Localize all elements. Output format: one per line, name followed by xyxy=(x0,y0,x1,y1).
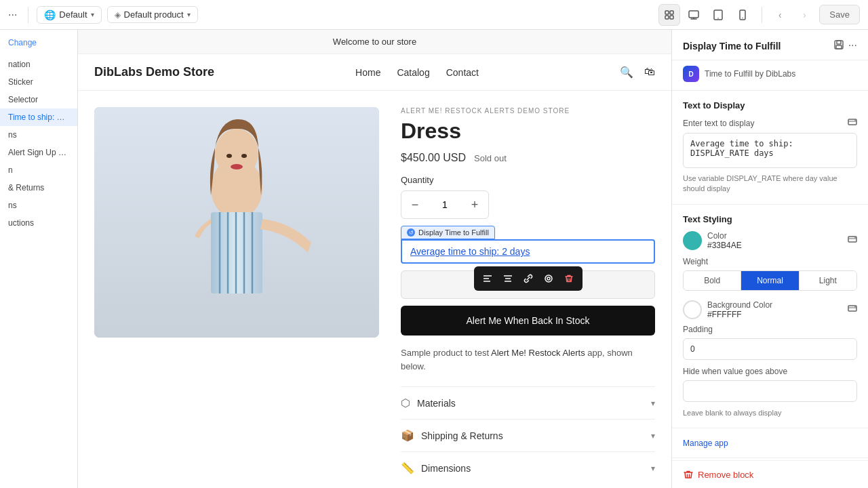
rp-helper-text: Use variable DISPLAY_RATE where day valu… xyxy=(683,174,857,195)
rp-text-display-textarea[interactable]: Average time to ship: DISPLAY_RATE days xyxy=(683,133,857,168)
bg-color-swatch[interactable] xyxy=(683,300,702,319)
hide-label-text: Hide when value goes above xyxy=(683,367,787,376)
cart-icon[interactable]: 🛍 xyxy=(644,66,655,79)
weight-section: Weight Bold Normal Light xyxy=(683,257,857,291)
accordion-materials[interactable]: ⬡ Materials ▾ xyxy=(401,386,655,419)
color-row: Color #33B4AE xyxy=(683,231,857,250)
weight-bold-btn[interactable]: Bold xyxy=(684,271,741,290)
alert-btn[interactable]: Alert Me When Back In Stock xyxy=(401,306,655,336)
rp-text-storage-icon[interactable] xyxy=(848,117,857,129)
accordion-dimensions-text: Dimensions xyxy=(421,463,471,474)
accordion-shipping[interactable]: 📦 Shipping & Returns ▾ xyxy=(401,419,655,451)
weight-normal-btn[interactable]: Normal xyxy=(741,271,799,290)
hide-section: Hide when value goes above Leave blank t… xyxy=(683,367,857,418)
product-info: ALERT ME! RESTOCK ALERTS DEMO STORE Dres… xyxy=(401,107,655,484)
desktop-view-btn[interactable] xyxy=(683,4,705,26)
product-image xyxy=(94,107,379,338)
dimensions-chevron-icon: ▾ xyxy=(651,464,655,473)
save-button[interactable]: Save xyxy=(819,5,860,24)
color-storage-icon[interactable] xyxy=(848,235,857,246)
rp-text-display-label-text: Enter text to display xyxy=(683,119,754,128)
rp-app-name: Time to Fulfill by DibLabs xyxy=(705,69,795,79)
color-label-text: Color #33B4AE xyxy=(707,231,742,250)
menu-dots[interactable]: ··· xyxy=(8,9,17,21)
main-layout: Change nation Sticker Selector Time to s… xyxy=(0,30,868,488)
product-price-row: $450.00 USD Sold out xyxy=(401,152,655,164)
globe-icon: 🌐 xyxy=(44,9,56,20)
change-button[interactable]: Change xyxy=(0,35,77,50)
float-align-center-btn[interactable] xyxy=(498,269,517,288)
alert-link[interactable]: Alert Me! Restock Alerts xyxy=(491,348,585,358)
leave-blank-text: Leave blank to always display xyxy=(683,408,857,418)
svg-point-21 xyxy=(231,164,243,169)
default-product-dropdown[interactable]: ◈ Default product ▾ xyxy=(107,6,198,23)
materials-chevron-icon: ▾ xyxy=(651,399,655,408)
svg-point-22 xyxy=(226,154,232,158)
store-frame: Welcome to our store DibLabs Demo Store … xyxy=(78,30,671,488)
remove-block-label: Remove block xyxy=(698,470,753,480)
hide-label: Hide when value goes above xyxy=(683,367,857,376)
padding-section: Padding xyxy=(683,325,857,360)
svg-rect-1 xyxy=(670,11,673,14)
toolbar-separator-1 xyxy=(28,7,28,23)
sidebar-item-nation[interactable]: nation xyxy=(0,56,77,73)
bg-color-swatch-row: Background Color #FFFFFF xyxy=(683,300,772,319)
display-time-text[interactable]: Average time to ship: 2 days xyxy=(401,239,655,264)
tablet-view-btn[interactable] xyxy=(707,4,729,26)
sidebar-item-ns[interactable]: ns xyxy=(0,126,77,144)
sidebar-item-time-to-ship[interactable]: Time to ship: DISPL... xyxy=(0,108,77,126)
sidebar-item-sticker[interactable]: Sticker xyxy=(0,73,77,91)
float-link-btn[interactable] xyxy=(519,269,538,288)
store-logo: DibLabs Demo Store xyxy=(94,65,214,79)
float-align-left-btn[interactable] xyxy=(478,269,497,288)
svg-rect-4 xyxy=(689,11,698,18)
bg-color-value: #FFFFFF xyxy=(707,310,772,319)
accordion-dimensions[interactable]: 📏 Dimensions ▾ xyxy=(401,451,655,484)
sidebar-item-n[interactable]: n xyxy=(0,161,77,179)
float-delete-btn[interactable] xyxy=(559,269,578,288)
rp-text-styling-section: Text Styling Color #33B4AE Weight xyxy=(672,205,868,428)
default-chevron-icon: ▾ xyxy=(91,11,94,18)
rp-text-display-label: Enter text to display xyxy=(683,117,857,129)
toolbar-view-icons xyxy=(658,4,753,26)
svg-point-37 xyxy=(854,120,856,121)
sidebar-item-alert-form[interactable]: Alert Sign Up Form xyxy=(0,144,77,161)
qty-minus-btn[interactable]: − xyxy=(401,191,429,218)
weight-light-btn[interactable]: Light xyxy=(800,271,856,290)
product-chevron-icon: ▾ xyxy=(187,11,191,18)
sidebar-item-selector[interactable]: Selector xyxy=(0,91,77,108)
sidebar-item-uctions[interactable]: uctions xyxy=(0,214,77,232)
accordion-dimensions-label: 📏 Dimensions xyxy=(401,462,471,474)
svg-rect-0 xyxy=(665,11,669,14)
dimensions-icon: 📏 xyxy=(401,462,414,474)
sidebar-item-ns2[interactable]: ns xyxy=(0,197,77,214)
product-description: Sample product to test Alert Me! Restock… xyxy=(401,346,655,373)
rp-more-icon[interactable]: ··· xyxy=(848,39,857,53)
nav-link-contact[interactable]: Contact xyxy=(446,67,479,78)
rp-text-display-title: Text to Display xyxy=(683,100,857,110)
nav-forward-btn[interactable]: › xyxy=(795,5,814,24)
hide-input[interactable] xyxy=(683,380,857,402)
default-dropdown[interactable]: 🌐 Default ▾ xyxy=(37,6,101,24)
rp-save-icon[interactable] xyxy=(833,39,844,53)
shipping-chevron-icon: ▾ xyxy=(651,431,655,441)
rp-header: Display Time to Fulfill ··· xyxy=(672,30,868,60)
quantity-selector[interactable]: − 1 + xyxy=(401,190,489,219)
nav-link-catalog[interactable]: Catalog xyxy=(397,67,429,78)
color-swatch[interactable] xyxy=(683,231,702,250)
manage-app-link[interactable]: Manage app xyxy=(683,439,728,448)
bg-color-storage-icon[interactable] xyxy=(848,304,857,315)
remove-block-btn[interactable]: Remove block xyxy=(672,460,868,488)
padding-input[interactable] xyxy=(683,338,857,360)
search-icon[interactable]: 🔍 xyxy=(620,66,633,79)
sidebar-item-returns[interactable]: & Returns xyxy=(0,179,77,197)
cursor-tool-btn[interactable] xyxy=(658,4,680,26)
mobile-view-btn[interactable] xyxy=(732,4,753,26)
product-icon: ◈ xyxy=(115,10,121,20)
nav-link-home[interactable]: Home xyxy=(355,67,380,78)
right-panel: Display Time to Fulfill ··· D Time to Fu… xyxy=(671,30,868,488)
qty-plus-btn[interactable]: + xyxy=(461,191,488,218)
nav-back-btn[interactable]: ‹ xyxy=(770,5,789,24)
float-alt-btn[interactable] xyxy=(539,269,558,288)
weight-label: Weight xyxy=(683,257,857,266)
